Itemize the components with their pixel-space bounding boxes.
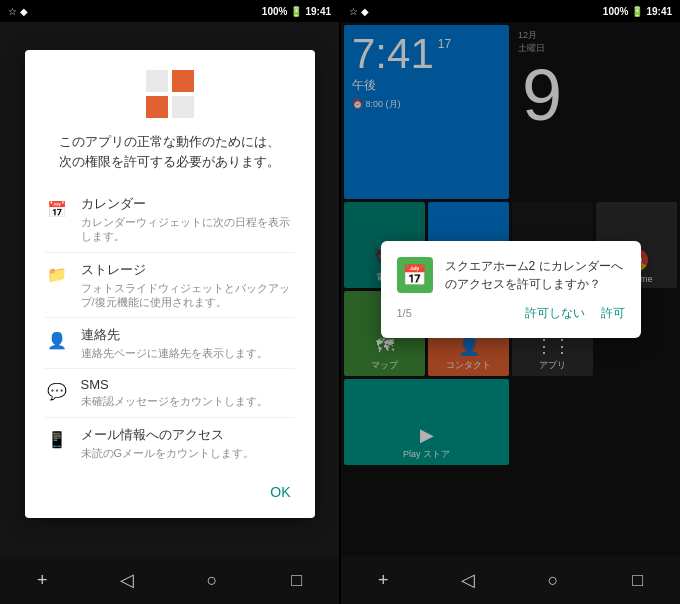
back-button-right[interactable]: ◁ — [454, 566, 482, 594]
perm-name-mail: メール情報へのアクセス — [81, 426, 255, 444]
perm-name-contacts: 連絡先 — [81, 326, 268, 344]
calendar-icon: 📅 — [45, 197, 69, 221]
back-button-left[interactable]: ◁ — [113, 566, 141, 594]
recents-button-left[interactable]: □ — [283, 566, 311, 594]
app-icon-container — [45, 70, 295, 118]
right-dialog-header: 📅 スクエアホーム2 にカレンダーへのアクセスを許可しますか？ — [397, 257, 625, 293]
right-notification-icons: ☆ ◆ — [349, 6, 369, 17]
perm-desc-contacts: 連絡先ページに連絡先を表示します。 — [81, 346, 268, 360]
left-status-bar: ☆ ◆ 100% 🔋 19:41 — [0, 0, 339, 22]
allow-button[interactable]: 許可 — [601, 305, 625, 322]
perm-desc-storage: フォトスライドウィジェットとバックアップ/復元機能に使用されます。 — [81, 281, 295, 310]
icon-sq4 — [172, 96, 194, 118]
right-bottom-nav: + ◁ ○ □ — [341, 556, 680, 604]
permission-contacts: 👤 連絡先 連絡先ページに連絡先を表示します。 — [45, 318, 295, 369]
right-status-bar: ☆ ◆ 100% 🔋 19:41 — [341, 0, 680, 22]
dialog-overlay: このアプリの正常な動作のためには、次の権限を許可する必要があります。 📅 カレン… — [0, 22, 339, 556]
right-dialog-text: スクエアホーム2 にカレンダーへのアクセスを許可しますか？ — [445, 257, 625, 293]
icon-sq3 — [146, 96, 168, 118]
home-button-left[interactable]: ○ — [198, 566, 226, 594]
permission-contacts-text: 連絡先 連絡先ページに連絡先を表示します。 — [81, 326, 268, 360]
ok-button[interactable]: OK — [266, 476, 294, 508]
right-battery-percent: 100% — [603, 6, 629, 17]
right-calendar-icon: 📅 — [397, 257, 433, 293]
permission-storage: 📁 ストレージ フォトスライドウィジェットとバックアップ/復元機能に使用されます… — [45, 253, 295, 319]
perm-name-storage: ストレージ — [81, 261, 295, 279]
left-background: このアプリの正常な動作のためには、次の権限を許可する必要があります。 📅 カレン… — [0, 22, 339, 556]
perm-desc-calendar: カレンダーウィジェットに次の日程を表示します。 — [81, 215, 295, 244]
right-dialog-overlay: 📅 スクエアホーム2 にカレンダーへのアクセスを許可しますか？ 1/5 許可しな… — [341, 22, 680, 556]
right-dialog-footer: 1/5 許可しない 許可 — [397, 305, 625, 322]
permission-sms-text: SMS 未確認メッセージをカウントします。 — [81, 377, 268, 408]
perm-name-sms: SMS — [81, 377, 268, 392]
permission-sms: 💬 SMS 未確認メッセージをカウントします。 — [45, 369, 295, 417]
battery-percent: 100% — [262, 6, 288, 17]
plus-button-right[interactable]: + — [369, 566, 397, 594]
permission-calendar: 📅 カレンダー カレンダーウィジェットに次の日程を表示します。 — [45, 187, 295, 253]
sms-icon: 💬 — [45, 379, 69, 403]
left-status-icons: ☆ ◆ — [8, 6, 28, 17]
left-bottom-nav: + ◁ ○ □ — [0, 556, 339, 604]
clock-left: 19:41 — [305, 6, 331, 17]
right-battery-icon: 🔋 — [631, 6, 643, 17]
clock-right: 19:41 — [646, 6, 672, 17]
person-icon: 👤 — [45, 328, 69, 352]
right-screen: ☆ ◆ 100% 🔋 19:41 7:41 17 午後 ⏰ 8:00 (月) — [341, 0, 680, 604]
battery-icon: 🔋 — [290, 6, 302, 17]
right-permission-dialog: 📅 スクエアホーム2 にカレンダーへのアクセスを許可しますか？ 1/5 許可しな… — [381, 241, 641, 338]
permission-mail: 📱 メール情報へのアクセス 未読のGメールをカウントします。 — [45, 418, 295, 468]
perm-action-buttons: 許可しない 許可 — [525, 305, 625, 322]
app-icon — [146, 70, 194, 118]
plus-button-left[interactable]: + — [28, 566, 56, 594]
notification-icons: ☆ ◆ — [8, 6, 28, 17]
permission-storage-text: ストレージ フォトスライドウィジェットとバックアップ/復元機能に使用されます。 — [81, 261, 295, 310]
dialog-title: このアプリの正常な動作のためには、次の権限を許可する必要があります。 — [45, 132, 295, 171]
permission-mail-text: メール情報へのアクセス 未読のGメールをカウントします。 — [81, 426, 255, 460]
recents-button-right[interactable]: □ — [624, 566, 652, 594]
dialog-actions: OK — [45, 468, 295, 508]
folder-icon: 📁 — [45, 263, 69, 287]
left-status-right: 100% 🔋 19:41 — [262, 6, 331, 17]
left-screen: ☆ ◆ 100% 🔋 19:41 — [0, 0, 339, 604]
perm-counter: 1/5 — [397, 307, 412, 319]
mail-icon: 📱 — [45, 428, 69, 452]
icon-sq2 — [172, 70, 194, 92]
right-status-right: 100% 🔋 19:41 — [603, 6, 672, 17]
permission-list: 📅 カレンダー カレンダーウィジェットに次の日程を表示します。 📁 ストレージ … — [45, 187, 295, 468]
perm-desc-sms: 未確認メッセージをカウントします。 — [81, 394, 268, 408]
right-status-icons: ☆ ◆ — [349, 6, 369, 17]
deny-button[interactable]: 許可しない — [525, 305, 585, 322]
icon-sq1 — [146, 70, 168, 92]
home-button-right[interactable]: ○ — [539, 566, 567, 594]
perm-desc-mail: 未読のGメールをカウントします。 — [81, 446, 255, 460]
right-background: 7:41 17 午後 ⏰ 8:00 (月) 12月土曜日 9 📞 電話 ✉ メッ… — [341, 22, 680, 556]
perm-name-calendar: カレンダー — [81, 195, 295, 213]
permission-calendar-text: カレンダー カレンダーウィジェットに次の日程を表示します。 — [81, 195, 295, 244]
permission-dialog: このアプリの正常な動作のためには、次の権限を許可する必要があります。 📅 カレン… — [25, 50, 315, 518]
